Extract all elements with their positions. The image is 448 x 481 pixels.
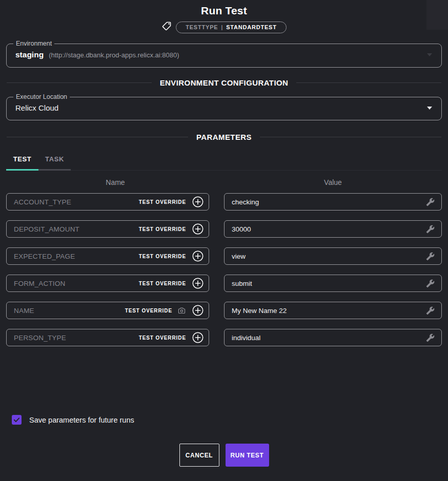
tab-task[interactable]: TASK [38, 152, 71, 171]
add-override-icon[interactable] [192, 305, 203, 316]
table-row: PERSON_TYPE TEST OVERRIDE individual [6, 329, 442, 346]
test-override-label: TEST OVERRIDE [139, 335, 186, 341]
parameters-tabs: TEST TASK [6, 152, 442, 171]
parameter-value: 30000 [232, 225, 426, 233]
parameter-value-field[interactable]: view [224, 247, 442, 265]
wrench-icon[interactable] [426, 252, 435, 261]
table-row: EXPECTED_PAGE TEST OVERRIDE view [6, 247, 442, 265]
badge-separator: | [221, 24, 223, 30]
table-row: ACCOUNT_TYPE TEST OVERRIDE checking [6, 193, 442, 211]
parameter-name: PERSON_TYPE [14, 334, 134, 342]
wrench-icon[interactable] [426, 198, 435, 206]
add-override-icon[interactable] [192, 250, 203, 262]
parameter-name-field[interactable]: FORM_ACTION TEST OVERRIDE [6, 275, 209, 292]
add-override-icon[interactable] [192, 278, 203, 289]
table-column-headers: Name Value [6, 178, 442, 186]
table-row: FORM_ACTION TEST OVERRIDE submit [6, 275, 442, 292]
parameter-name-field[interactable]: ACCOUNT_TYPE TEST OVERRIDE [6, 193, 209, 211]
add-override-icon[interactable] [192, 196, 203, 207]
column-header-value: Value [224, 178, 442, 186]
parameter-value-field[interactable]: individual [224, 329, 442, 346]
environment-value: staging [15, 50, 44, 59]
table-row: NAME TEST OVERRIDE My New Name 22 [6, 302, 442, 319]
test-type-badge: TESTTYPE | STANDARDTEST [176, 22, 287, 33]
parameter-value-field[interactable]: 30000 [224, 220, 442, 238]
environment-label: Environment [13, 40, 54, 47]
parameter-name-field[interactable]: EXPECTED_PAGE TEST OVERRIDE [6, 247, 209, 265]
wrench-icon[interactable] [426, 306, 435, 315]
parameter-value: checking [232, 198, 426, 206]
environment-select[interactable]: Environment staging (http://stage.dbank.… [6, 40, 442, 68]
wrench-icon[interactable] [426, 225, 435, 234]
parameter-value: view [232, 253, 426, 260]
tag-icon [161, 21, 172, 33]
run-test-button[interactable]: RUN TEST [226, 444, 269, 467]
parameter-name: EXPECTED_PAGE [14, 253, 134, 260]
chevron-down-icon[interactable] [427, 53, 432, 56]
page-title: Run Test [0, 0, 448, 17]
parameter-name: FORM_ACTION [14, 280, 134, 287]
parameter-name: NAME [14, 307, 120, 315]
background-panel-corner [426, 0, 448, 30]
add-override-icon[interactable] [192, 223, 203, 235]
executor-location-value: Relicx Cloud [15, 103, 58, 112]
parameter-value: submit [232, 280, 426, 287]
column-header-name: Name [6, 178, 209, 186]
parameter-value-field[interactable]: My New Name 22 [224, 302, 442, 319]
wrench-icon[interactable] [426, 279, 435, 288]
tab-test[interactable]: TEST [6, 152, 38, 171]
parameter-name-field[interactable]: NAME TEST OVERRIDE [6, 302, 209, 319]
badge-key: TESTTYPE [186, 24, 218, 30]
parameter-name: ACCOUNT_TYPE [14, 198, 134, 206]
save-parameters-label: Save parameters for future runs [29, 416, 134, 424]
parameter-value: My New Name 22 [232, 307, 426, 315]
chevron-down-icon[interactable] [427, 107, 432, 110]
save-parameters-row: Save parameters for future runs [12, 415, 448, 425]
camera-icon[interactable] [177, 306, 186, 315]
executor-location-label: Executor Location [13, 93, 70, 100]
save-parameters-checkbox[interactable] [12, 415, 22, 425]
parameter-rows: ACCOUNT_TYPE TEST OVERRIDE checking [0, 193, 448, 346]
test-override-label: TEST OVERRIDE [139, 199, 186, 205]
parameter-value-field[interactable]: checking [224, 193, 442, 211]
test-override-label: TEST OVERRIDE [125, 308, 172, 313]
executor-location-select[interactable]: Executor Location Relicx Cloud [6, 93, 442, 120]
parameter-name: DEPOSIT_AMOUNT [14, 225, 134, 233]
environment-url: (http://stage.dbank.prod-apps.relicx.ai:… [49, 51, 179, 59]
table-row: DEPOSIT_AMOUNT TEST OVERRIDE 30000 [6, 220, 442, 238]
parameter-name-field[interactable]: DEPOSIT_AMOUNT TEST OVERRIDE [6, 220, 209, 238]
action-buttons: CANCEL RUN TEST [0, 444, 448, 467]
test-override-label: TEST OVERRIDE [139, 226, 186, 232]
environment-configuration-header: ENVIRONMENT CONFIGURATION [7, 78, 441, 87]
parameters-header: PARAMETERS [7, 133, 441, 141]
badge-value: STANDARDTEST [226, 24, 277, 30]
test-type-badge-row: TESTTYPE | STANDARDTEST [0, 21, 448, 33]
add-override-icon[interactable] [192, 332, 203, 343]
test-override-label: TEST OVERRIDE [139, 281, 186, 286]
wrench-icon[interactable] [426, 333, 435, 342]
cancel-button[interactable]: CANCEL [179, 444, 219, 467]
parameter-name-field[interactable]: PERSON_TYPE TEST OVERRIDE [6, 329, 209, 346]
parameter-value: individual [232, 334, 426, 342]
parameter-value-field[interactable]: submit [224, 275, 442, 292]
test-override-label: TEST OVERRIDE [139, 254, 186, 259]
